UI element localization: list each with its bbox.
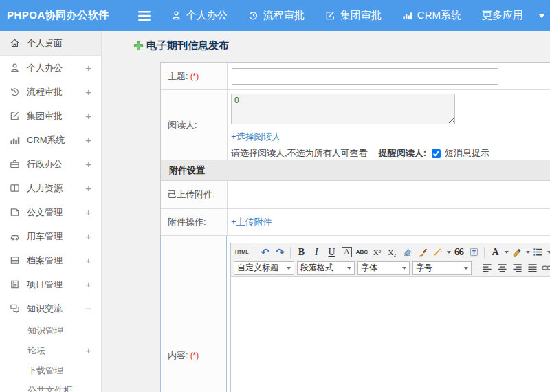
sidebar-item-group-approval[interactable]: 集团审批 + — [0, 104, 101, 128]
expand-toggle[interactable]: + — [85, 345, 91, 356]
align-left-icon[interactable] — [480, 261, 494, 275]
redo-icon[interactable]: ↷ — [273, 246, 287, 259]
history-icon — [248, 10, 258, 21]
toolbar-separator — [484, 247, 485, 258]
chevron-down-icon[interactable] — [447, 251, 451, 254]
expand-toggle[interactable]: + — [85, 110, 91, 122]
expand-toggle[interactable]: + — [85, 254, 91, 266]
font-family-select[interactable]: 字体 — [358, 261, 410, 275]
uploaded-label-cell: 已上传附件: — [161, 181, 228, 208]
sidebar-item-knowledge-exchange[interactable]: 知识交流 − — [0, 296, 101, 320]
expand-toggle[interactable]: + — [85, 230, 91, 242]
format-brush-icon[interactable] — [415, 246, 429, 259]
edit-icon — [10, 111, 21, 121]
blockquote-button[interactable]: 66 — [452, 246, 465, 259]
upload-attachment-link[interactable]: +上传附件 — [231, 216, 272, 228]
archive-icon — [10, 255, 21, 265]
sidebar-subitem-label: 知识管理 — [28, 325, 63, 337]
insert-link-icon[interactable] — [540, 261, 550, 275]
sidebar-item-workflow-approval[interactable]: 流程审批 + — [0, 80, 101, 104]
sidebar-item-hr[interactable]: 人力资源 + — [0, 176, 101, 200]
book-icon — [10, 183, 21, 193]
sidebar-subitem-label: 公共文件柜 — [28, 384, 72, 392]
expand-toggle[interactable]: + — [85, 182, 91, 194]
collapse-toggle[interactable]: − — [85, 303, 91, 314]
subject-value-cell — [228, 63, 550, 89]
font-size-select[interactable]: 字号 — [412, 261, 472, 275]
nav-label: 个人办公 — [186, 9, 228, 22]
font-select-value: 字体 — [361, 262, 377, 274]
required-mark: (*) — [190, 72, 199, 81]
sidebar-item-label: 档案管理 — [27, 254, 63, 267]
italic-button[interactable]: I — [309, 246, 323, 259]
subject-input[interactable] — [232, 68, 498, 85]
align-right-icon[interactable] — [510, 261, 524, 275]
attachment-action-row: 附件操作: +上传附件 — [161, 209, 550, 236]
eraser-icon[interactable] — [400, 246, 414, 259]
font-style-button[interactable]: A — [340, 246, 353, 259]
sidebar-item-archive-mgmt[interactable]: 档案管理 + — [0, 248, 101, 272]
sidebar-item-personal-office[interactable]: 个人办公 + — [0, 56, 101, 80]
toolbar-separator — [254, 247, 254, 258]
required-mark: (*) — [190, 351, 199, 360]
page-title: 电子期刊信息发布 — [133, 39, 229, 52]
readers-label-cell: 阅读人: — [161, 90, 228, 160]
chevron-down-icon[interactable] — [505, 251, 509, 254]
nav-crm-system[interactable]: CRM系统 — [402, 9, 461, 22]
subject-label-cell: 主题: (*) — [161, 63, 228, 89]
strikethrough-button[interactable]: ABC — [355, 246, 368, 259]
sidebar-item-vehicle-mgmt[interactable]: 用车管理 + — [0, 224, 101, 248]
subscript-button[interactable]: X₂ — [385, 246, 399, 259]
heading-select-value: 自定义标题 — [237, 262, 278, 274]
chevron-down-icon[interactable] — [526, 251, 530, 254]
document-icon — [10, 207, 21, 217]
underline-button[interactable]: U — [324, 246, 338, 259]
html-source-button[interactable]: HTML — [233, 246, 250, 259]
undo-icon[interactable]: ↶ — [258, 246, 272, 259]
sidebar-item-label: 项目管理 — [27, 279, 63, 291]
editor-content-area[interactable] — [231, 277, 550, 392]
nav-more-apps[interactable]: 更多应用 — [482, 9, 523, 22]
align-justify-icon[interactable] — [525, 261, 539, 275]
hamburger-menu-icon[interactable] — [138, 11, 151, 21]
highlight-pen-icon[interactable] — [509, 246, 523, 259]
align-center-icon[interactable] — [495, 261, 509, 275]
nav-label: CRM系统 — [417, 9, 461, 22]
superscript-button[interactable]: X² — [370, 246, 384, 259]
nav-group-approval[interactable]: 集团审批 — [325, 9, 382, 22]
sidebar-item-admin-office[interactable]: 行政办公 + — [0, 152, 101, 176]
sidebar-item-project-mgmt[interactable]: 项目管理 + — [0, 272, 101, 296]
paragraph-format-select[interactable]: 段落格式 — [297, 261, 355, 275]
sidebar-item-desktop[interactable]: 个人桌面 — [0, 31, 101, 56]
expand-toggle[interactable]: + — [85, 86, 91, 98]
car-icon — [10, 231, 21, 241]
sidebar-subitem-public-cabinet[interactable]: 公共文件柜 — [0, 380, 101, 392]
expand-toggle[interactable]: + — [85, 62, 91, 74]
sidebar-subitem-label: 下载管理 — [28, 364, 63, 377]
chevron-down-icon[interactable] — [538, 14, 545, 18]
nav-workflow-approval[interactable]: 流程审批 — [248, 9, 305, 22]
sidebar-item-label: 集团审批 — [27, 110, 63, 122]
sidebar-subitem-forum[interactable]: 论坛 + — [0, 340, 101, 360]
ordered-list-icon[interactable] — [531, 246, 544, 259]
expand-toggle[interactable]: + — [85, 206, 91, 218]
expand-toggle[interactable]: + — [85, 158, 91, 170]
magic-wand-icon[interactable] — [430, 246, 444, 259]
sidebar-subitem-download-mgmt[interactable]: 下载管理 — [0, 360, 101, 380]
sidebar-subitem-knowledge-mgmt[interactable]: 知识管理 — [0, 320, 101, 340]
heading-select[interactable]: 自定义标题 — [234, 261, 294, 275]
attachment-section-title: 附件设置 — [169, 164, 205, 177]
sms-notify-checkbox[interactable] — [432, 149, 441, 158]
expand-toggle[interactable]: + — [85, 279, 91, 290]
sidebar-item-document-mgmt[interactable]: 公文管理 + — [0, 200, 101, 224]
bold-button[interactable]: B — [294, 246, 308, 259]
sidebar-item-crm[interactable]: CRM系统 + — [0, 128, 101, 152]
paste-text-icon[interactable] — [467, 246, 481, 259]
readers-textarea[interactable]: 0 — [231, 94, 455, 124]
expand-toggle[interactable]: + — [85, 134, 91, 146]
sidebar-item-label: 流程审批 — [27, 86, 63, 98]
nav-personal-office[interactable]: 个人办公 — [171, 9, 228, 22]
select-readers-link[interactable]: +选择阅读人 — [231, 131, 281, 143]
chevron-down-icon[interactable] — [547, 251, 550, 254]
font-color-button[interactable]: A — [488, 246, 502, 259]
